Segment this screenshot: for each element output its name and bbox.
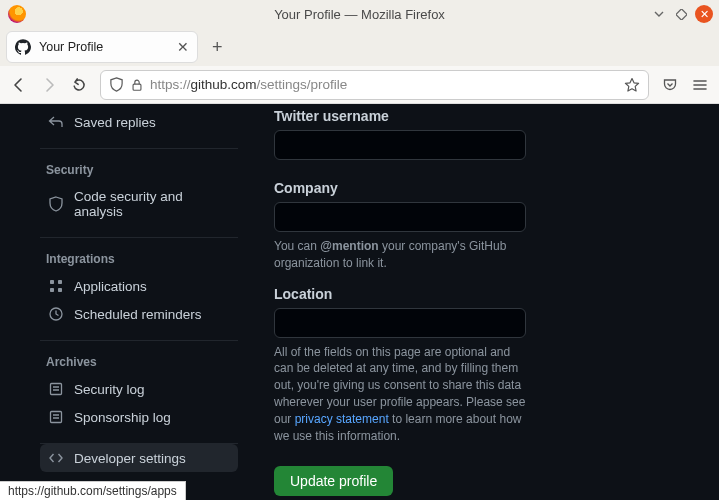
svg-rect-1 [133,84,141,90]
lock-icon [130,78,144,92]
bookmark-icon[interactable] [624,77,640,93]
tab-title: Your Profile [39,40,169,54]
twitter-input[interactable] [274,130,526,160]
apps-icon [48,278,64,294]
sidebar-item-sponsorship-log[interactable]: Sponsorship log [40,403,238,431]
sidebar-section-security: Security [46,163,238,177]
reload-button[interactable] [70,76,88,94]
location-label: Location [274,286,695,302]
maximize-button[interactable] [673,6,689,22]
privacy-disclaimer: All of the fields on this page are optio… [274,344,526,445]
sidebar-item-label: Applications [74,279,147,294]
sidebar-item-applications[interactable]: Applications [40,272,238,300]
svg-rect-8 [51,412,62,423]
address-bar[interactable]: https://github.com/settings/profile [100,70,649,100]
svg-rect-5 [58,288,62,292]
location-input[interactable] [274,308,526,338]
minimize-button[interactable] [651,6,667,22]
url-toolbar: https://github.com/settings/profile [0,66,719,104]
reply-icon [48,114,64,130]
company-label: Company [274,180,695,196]
log-icon [48,409,64,425]
company-input[interactable] [274,202,526,232]
log-icon [48,381,64,397]
tab-bar: Your Profile ✕ + [0,28,719,66]
sidebar-item-label: Scheduled reminders [74,307,202,322]
shield-icon [48,196,64,212]
sidebar-item-label: Developer settings [74,451,186,466]
back-button[interactable] [10,76,28,94]
sidebar-item-developer-settings[interactable]: Developer settings [40,444,238,472]
twitter-label: Twitter username [274,108,695,124]
github-icon [15,39,31,55]
close-button[interactable]: ✕ [695,5,713,23]
code-icon [48,450,64,466]
svg-rect-4 [50,288,54,292]
privacy-statement-link[interactable]: privacy statement [295,412,389,426]
url-text: https://github.com/settings/profile [150,77,347,92]
new-tab-button[interactable]: + [212,37,223,58]
sidebar-item-security-log[interactable]: Security log [40,375,238,403]
pocket-icon[interactable] [661,76,679,94]
os-titlebar: Your Profile — Mozilla Firefox ✕ [0,0,719,28]
sidebar-section-archives: Archives [46,355,238,369]
svg-rect-2 [50,280,54,284]
sidebar-item-label: Code security and analysis [74,189,230,219]
company-help: You can @mention your company's GitHub o… [274,238,526,272]
browser-tab[interactable]: Your Profile ✕ [6,31,198,63]
sidebar-section-integrations: Integrations [46,252,238,266]
clock-icon [48,306,64,322]
sidebar-item-code-security[interactable]: Code security and analysis [40,183,238,225]
page-content: Saved replies Security Code security and… [0,104,719,500]
menu-icon[interactable] [691,76,709,94]
tab-close-icon[interactable]: ✕ [177,39,189,55]
settings-sidebar: Saved replies Security Code security and… [0,104,250,500]
svg-rect-7 [51,384,62,395]
svg-rect-3 [58,280,62,284]
forward-button[interactable] [40,76,58,94]
window-title: Your Profile — Mozilla Firefox [274,7,445,22]
profile-form: Twitter username Company You can @mentio… [250,104,719,500]
sidebar-item-scheduled-reminders[interactable]: Scheduled reminders [40,300,238,328]
status-bar: https://github.com/settings/apps [0,481,186,500]
shield-icon [109,77,124,92]
sidebar-item-label: Saved replies [74,115,156,130]
svg-rect-0 [676,9,687,20]
update-profile-button[interactable]: Update profile [274,466,393,496]
sidebar-item-label: Sponsorship log [74,410,171,425]
firefox-icon [8,5,26,23]
sidebar-item-label: Security log [74,382,145,397]
sidebar-item-saved-replies[interactable]: Saved replies [40,108,238,136]
